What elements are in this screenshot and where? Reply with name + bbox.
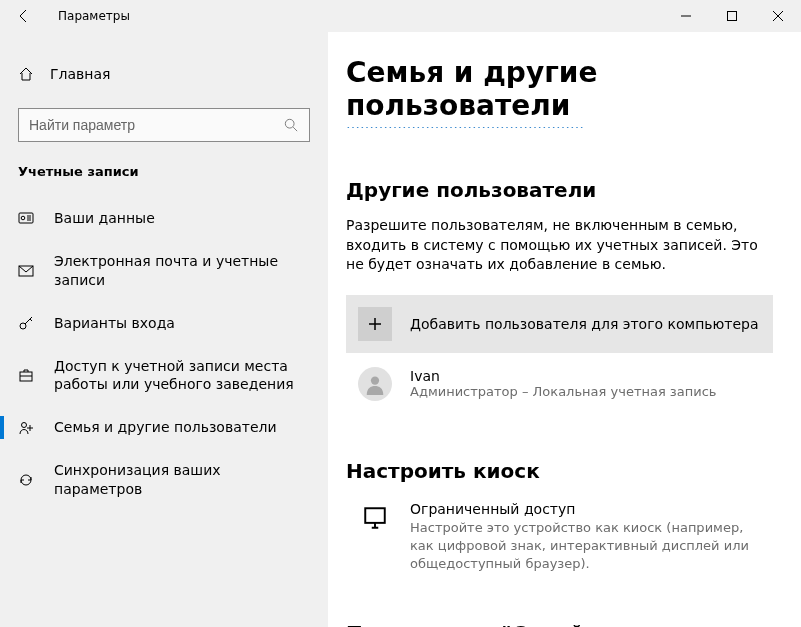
app-body: Главная Учетные записи Ваши данные Элект…: [0, 32, 801, 627]
briefcase-icon: [18, 367, 34, 383]
arrow-left-icon: [16, 8, 32, 24]
sidebar-item-label: Электронная почта и учетные записи: [54, 252, 310, 290]
sidebar-item-label: Синхронизация ваших параметров: [54, 461, 310, 499]
sidebar-item-email-accounts[interactable]: Электронная почта и учетные записи: [0, 240, 328, 302]
minimize-button[interactable]: [663, 0, 709, 32]
kiosk-text: Ограниченный доступ Настройте это устрой…: [410, 501, 761, 574]
kiosk-setup-button[interactable]: Ограниченный доступ Настройте это устрой…: [346, 497, 773, 578]
user-account-row[interactable]: Ivan Администратор – Локальная учетная з…: [346, 353, 773, 415]
sidebar-item-family-users[interactable]: Семья и другие пользователи: [0, 406, 328, 449]
svg-point-7: [22, 422, 27, 427]
sidebar-item-label: Семья и другие пользователи: [54, 418, 310, 437]
search-input[interactable]: [29, 117, 283, 133]
avatar: [358, 367, 392, 401]
sidebar-home[interactable]: Главная: [0, 58, 328, 90]
mail-icon: [18, 263, 34, 279]
content-area: Семья и другие пользователи …………………………………: [328, 32, 801, 627]
kiosk-item-desc: Настройте это устройство как киоск (напр…: [410, 519, 761, 574]
sidebar: Главная Учетные записи Ваши данные Элект…: [0, 32, 328, 627]
other-users-desc: Разрешите пользователям, не включенным в…: [346, 216, 766, 275]
search-icon: [283, 117, 299, 133]
close-icon: [773, 11, 783, 21]
plus-icon: [358, 307, 392, 341]
close-button[interactable]: [755, 0, 801, 32]
svg-point-1: [285, 119, 294, 128]
key-icon: [18, 315, 34, 331]
sidebar-item-label: Доступ к учетной записи места работы или…: [54, 357, 310, 395]
kiosk-item-title: Ограниченный доступ: [410, 501, 761, 517]
sidebar-item-sync-settings[interactable]: Синхронизация ваших параметров: [0, 449, 328, 511]
sidebar-home-label: Главная: [50, 66, 110, 82]
user-subtitle: Администратор – Локальная учетная запись: [410, 384, 717, 399]
page-title: Семья и другие пользователи: [346, 56, 773, 122]
user-name: Ivan: [410, 368, 717, 384]
family-app-title: Приложение "Семейная безопасность" на: [346, 621, 773, 627]
other-users-title: Другие пользователи: [346, 178, 773, 202]
titlebar: Параметры: [0, 0, 801, 32]
window-title: Параметры: [58, 9, 130, 23]
sidebar-item-label: Варианты входа: [54, 314, 310, 333]
add-user-button[interactable]: Добавить пользователя для этого компьюте…: [346, 295, 773, 353]
monitor-icon: [358, 501, 392, 535]
svg-rect-0: [728, 12, 737, 21]
maximize-icon: [727, 11, 737, 21]
home-icon: [18, 66, 34, 82]
user-meta: Ivan Администратор – Локальная учетная з…: [410, 368, 717, 399]
sidebar-item-label: Ваши данные: [54, 209, 310, 228]
sidebar-section-title: Учетные записи: [0, 164, 328, 197]
maximize-button[interactable]: [709, 0, 755, 32]
svg-rect-9: [365, 508, 385, 523]
kiosk-title: Настроить киоск: [346, 459, 773, 483]
svg-point-3: [21, 217, 25, 221]
sync-icon: [18, 472, 34, 488]
family-icon: [18, 420, 34, 436]
sidebar-item-your-info[interactable]: Ваши данные: [0, 197, 328, 240]
sidebar-item-signin-options[interactable]: Варианты входа: [0, 302, 328, 345]
sidebar-item-work-school[interactable]: Доступ к учетной записи места работы или…: [0, 345, 328, 407]
window-controls: [663, 0, 801, 32]
user-data-icon: [18, 210, 34, 226]
svg-point-8: [371, 376, 379, 384]
clipped-link[interactable]: ……………………………………………: [346, 116, 773, 128]
search-box[interactable]: [18, 108, 310, 142]
back-button[interactable]: [0, 0, 48, 32]
minimize-icon: [681, 11, 691, 21]
add-user-label: Добавить пользователя для этого компьюте…: [410, 316, 759, 332]
